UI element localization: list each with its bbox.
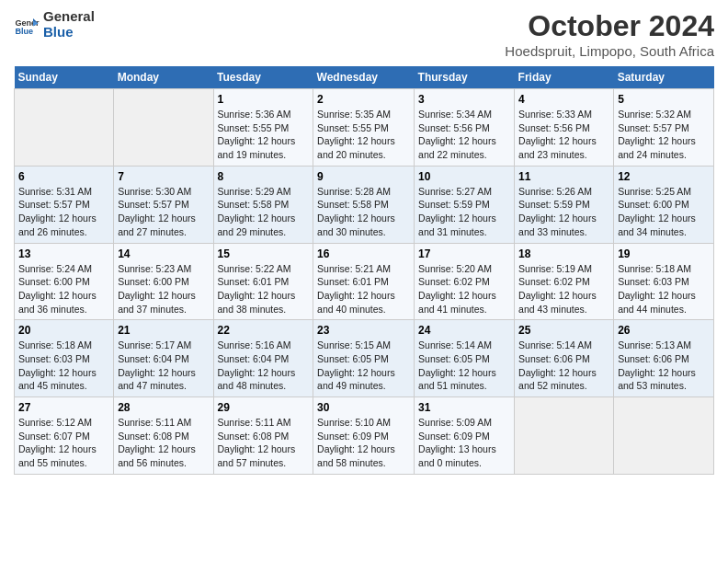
day-info: Sunrise: 5:24 AMSunset: 6:00 PMDaylight:… bbox=[18, 262, 109, 316]
day-number: 11 bbox=[518, 170, 609, 183]
day-info: Sunrise: 5:21 AMSunset: 6:01 PMDaylight:… bbox=[317, 262, 410, 316]
header-friday: Friday bbox=[515, 66, 614, 89]
day-number: 27 bbox=[18, 401, 109, 414]
day-number: 25 bbox=[518, 324, 609, 337]
day-number: 29 bbox=[218, 401, 310, 414]
day-info: Sunrise: 5:27 AMSunset: 5:59 PMDaylight:… bbox=[418, 185, 510, 239]
day-number: 22 bbox=[218, 324, 310, 337]
day-number: 4 bbox=[518, 93, 609, 106]
day-info: Sunrise: 5:33 AMSunset: 5:56 PMDaylight:… bbox=[518, 108, 609, 162]
calendar-cell: 31Sunrise: 5:09 AMSunset: 6:09 PMDayligh… bbox=[415, 397, 515, 475]
day-info: Sunrise: 5:31 AMSunset: 5:57 PMDaylight:… bbox=[18, 185, 109, 239]
day-info: Sunrise: 5:17 AMSunset: 6:04 PMDaylight:… bbox=[118, 339, 209, 393]
title-block: October 2024 Hoedspruit, Limpopo, South … bbox=[505, 9, 714, 59]
calendar-week-3: 13Sunrise: 5:24 AMSunset: 6:00 PMDayligh… bbox=[15, 243, 714, 320]
day-number: 23 bbox=[317, 324, 410, 337]
calendar-cell: 25Sunrise: 5:14 AMSunset: 6:06 PMDayligh… bbox=[515, 320, 614, 397]
day-info: Sunrise: 5:36 AMSunset: 5:55 PMDaylight:… bbox=[218, 108, 310, 162]
logo-text-general: General bbox=[43, 9, 95, 25]
day-number: 14 bbox=[118, 247, 209, 260]
day-info: Sunrise: 5:11 AMSunset: 6:08 PMDaylight:… bbox=[218, 416, 310, 470]
calendar-cell: 27Sunrise: 5:12 AMSunset: 6:07 PMDayligh… bbox=[15, 397, 114, 475]
header-monday: Monday bbox=[114, 66, 213, 89]
day-number: 10 bbox=[418, 170, 510, 183]
day-info: Sunrise: 5:11 AMSunset: 6:08 PMDaylight:… bbox=[118, 416, 209, 470]
day-number: 17 bbox=[418, 247, 510, 260]
day-number: 19 bbox=[618, 247, 710, 260]
day-info: Sunrise: 5:16 AMSunset: 6:04 PMDaylight:… bbox=[218, 339, 310, 393]
calendar-cell: 4Sunrise: 5:33 AMSunset: 5:56 PMDaylight… bbox=[515, 89, 614, 167]
header-wednesday: Wednesday bbox=[313, 66, 415, 89]
day-number: 20 bbox=[18, 324, 109, 337]
day-number: 3 bbox=[418, 93, 510, 106]
calendar-cell: 30Sunrise: 5:10 AMSunset: 6:09 PMDayligh… bbox=[313, 397, 415, 475]
day-info: Sunrise: 5:23 AMSunset: 6:00 PMDaylight:… bbox=[118, 262, 209, 316]
header-thursday: Thursday bbox=[415, 66, 515, 89]
day-number: 24 bbox=[418, 324, 510, 337]
day-number: 21 bbox=[118, 324, 209, 337]
day-number: 8 bbox=[218, 170, 310, 183]
logo-text-blue: Blue bbox=[43, 25, 95, 40]
calendar-cell: 1Sunrise: 5:36 AMSunset: 5:55 PMDaylight… bbox=[213, 89, 313, 167]
logo-icon: General Blue bbox=[14, 12, 40, 38]
day-info: Sunrise: 5:14 AMSunset: 6:05 PMDaylight:… bbox=[418, 339, 510, 393]
calendar-header-row: SundayMondayTuesdayWednesdayThursdayFrid… bbox=[15, 66, 714, 89]
day-number: 12 bbox=[618, 170, 710, 183]
day-info: Sunrise: 5:18 AMSunset: 6:03 PMDaylight:… bbox=[618, 262, 710, 316]
day-info: Sunrise: 5:34 AMSunset: 5:56 PMDaylight:… bbox=[418, 108, 510, 162]
day-number: 13 bbox=[18, 247, 109, 260]
calendar-cell: 10Sunrise: 5:27 AMSunset: 5:59 PMDayligh… bbox=[415, 166, 515, 243]
day-number: 1 bbox=[218, 93, 310, 106]
day-number: 30 bbox=[317, 401, 410, 414]
calendar-cell: 12Sunrise: 5:25 AMSunset: 6:00 PMDayligh… bbox=[614, 166, 714, 243]
calendar-cell: 3Sunrise: 5:34 AMSunset: 5:56 PMDaylight… bbox=[415, 89, 515, 167]
calendar-cell: 23Sunrise: 5:15 AMSunset: 6:05 PMDayligh… bbox=[313, 320, 415, 397]
day-number: 28 bbox=[118, 401, 209, 414]
calendar-cell: 2Sunrise: 5:35 AMSunset: 5:55 PMDaylight… bbox=[313, 89, 415, 167]
calendar-cell bbox=[515, 397, 614, 475]
calendar-week-2: 6Sunrise: 5:31 AMSunset: 5:57 PMDaylight… bbox=[15, 166, 714, 243]
calendar-cell: 24Sunrise: 5:14 AMSunset: 6:05 PMDayligh… bbox=[415, 320, 515, 397]
page-header: General Blue General Blue October 2024 H… bbox=[14, 9, 714, 59]
day-info: Sunrise: 5:14 AMSunset: 6:06 PMDaylight:… bbox=[518, 339, 609, 393]
svg-text:Blue: Blue bbox=[15, 26, 33, 35]
calendar-week-4: 20Sunrise: 5:18 AMSunset: 6:03 PMDayligh… bbox=[15, 320, 714, 397]
calendar-cell: 18Sunrise: 5:19 AMSunset: 6:02 PMDayligh… bbox=[515, 243, 614, 320]
calendar-cell: 16Sunrise: 5:21 AMSunset: 6:01 PMDayligh… bbox=[313, 243, 415, 320]
calendar-subtitle: Hoedspruit, Limpopo, South Africa bbox=[505, 43, 714, 59]
day-info: Sunrise: 5:30 AMSunset: 5:57 PMDaylight:… bbox=[118, 185, 209, 239]
calendar-cell bbox=[614, 397, 714, 475]
day-info: Sunrise: 5:10 AMSunset: 6:09 PMDaylight:… bbox=[317, 416, 410, 470]
day-info: Sunrise: 5:35 AMSunset: 5:55 PMDaylight:… bbox=[317, 108, 410, 162]
day-info: Sunrise: 5:26 AMSunset: 5:59 PMDaylight:… bbox=[518, 185, 609, 239]
calendar-cell: 11Sunrise: 5:26 AMSunset: 5:59 PMDayligh… bbox=[515, 166, 614, 243]
day-number: 6 bbox=[18, 170, 109, 183]
day-info: Sunrise: 5:19 AMSunset: 6:02 PMDaylight:… bbox=[518, 262, 609, 316]
calendar-cell: 6Sunrise: 5:31 AMSunset: 5:57 PMDaylight… bbox=[15, 166, 114, 243]
day-number: 7 bbox=[118, 170, 209, 183]
day-info: Sunrise: 5:15 AMSunset: 6:05 PMDaylight:… bbox=[317, 339, 410, 393]
day-info: Sunrise: 5:09 AMSunset: 6:09 PMDaylight:… bbox=[418, 416, 510, 470]
calendar-cell: 8Sunrise: 5:29 AMSunset: 5:58 PMDaylight… bbox=[213, 166, 313, 243]
calendar-week-1: 1Sunrise: 5:36 AMSunset: 5:55 PMDaylight… bbox=[15, 89, 714, 167]
day-number: 16 bbox=[317, 247, 410, 260]
header-tuesday: Tuesday bbox=[213, 66, 313, 89]
day-info: Sunrise: 5:12 AMSunset: 6:07 PMDaylight:… bbox=[18, 416, 109, 470]
calendar-cell: 28Sunrise: 5:11 AMSunset: 6:08 PMDayligh… bbox=[114, 397, 213, 475]
calendar-table: SundayMondayTuesdayWednesdayThursdayFrid… bbox=[14, 66, 714, 475]
calendar-title: October 2024 bbox=[505, 9, 714, 43]
calendar-cell bbox=[114, 89, 213, 167]
calendar-cell: 22Sunrise: 5:16 AMSunset: 6:04 PMDayligh… bbox=[213, 320, 313, 397]
calendar-cell: 20Sunrise: 5:18 AMSunset: 6:03 PMDayligh… bbox=[15, 320, 114, 397]
day-info: Sunrise: 5:29 AMSunset: 5:58 PMDaylight:… bbox=[218, 185, 310, 239]
calendar-cell: 7Sunrise: 5:30 AMSunset: 5:57 PMDaylight… bbox=[114, 166, 213, 243]
calendar-cell: 15Sunrise: 5:22 AMSunset: 6:01 PMDayligh… bbox=[213, 243, 313, 320]
day-number: 18 bbox=[518, 247, 609, 260]
day-number: 5 bbox=[618, 93, 710, 106]
day-info: Sunrise: 5:13 AMSunset: 6:06 PMDaylight:… bbox=[618, 339, 710, 393]
day-info: Sunrise: 5:32 AMSunset: 5:57 PMDaylight:… bbox=[618, 108, 710, 162]
calendar-cell: 9Sunrise: 5:28 AMSunset: 5:58 PMDaylight… bbox=[313, 166, 415, 243]
calendar-cell: 13Sunrise: 5:24 AMSunset: 6:00 PMDayligh… bbox=[15, 243, 114, 320]
calendar-cell: 29Sunrise: 5:11 AMSunset: 6:08 PMDayligh… bbox=[213, 397, 313, 475]
calendar-cell: 19Sunrise: 5:18 AMSunset: 6:03 PMDayligh… bbox=[614, 243, 714, 320]
